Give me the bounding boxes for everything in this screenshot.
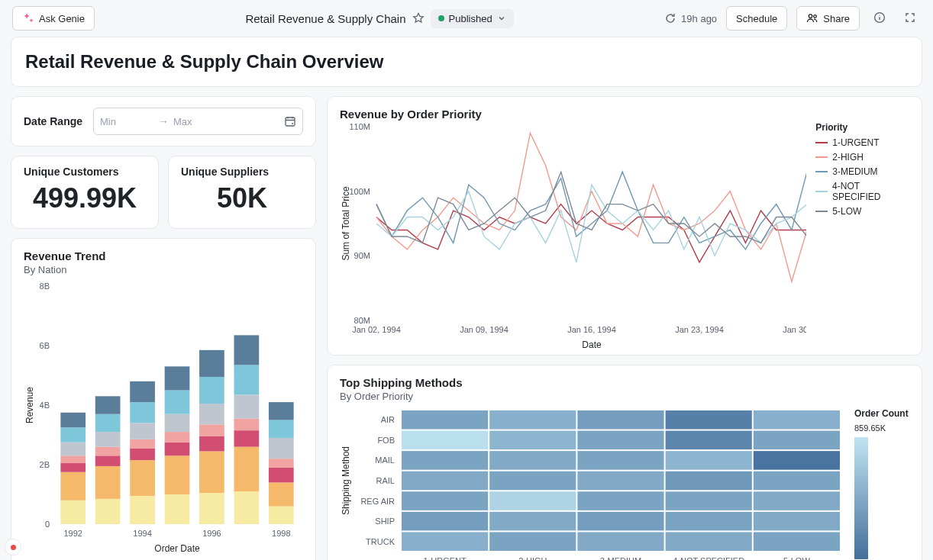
svg-rect-108 — [489, 512, 576, 531]
shipping-title: Top Shipping Methods — [340, 376, 909, 389]
svg-text:Jan 02, 1994: Jan 02, 1994 — [352, 325, 401, 334]
svg-point-1 — [814, 15, 817, 18]
svg-rect-36 — [165, 443, 190, 456]
shipping-heatmap-panel: Top Shipping Methods By Order Priority A… — [327, 365, 922, 560]
kpi-customers-value: 499.99K — [24, 182, 146, 214]
svg-rect-41 — [199, 493, 224, 524]
svg-text:TRUCK: TRUCK — [366, 537, 395, 546]
svg-rect-11 — [60, 500, 86, 524]
heatmap-legend: Order Count 859.65K 854.95K — [854, 408, 909, 560]
date-min-input[interactable] — [100, 116, 153, 127]
priority-line-chart[interactable]: 80M90M100M110MSum of Total PriceJan 02, … — [340, 122, 806, 351]
svg-rect-115 — [577, 532, 663, 551]
svg-rect-21 — [95, 455, 121, 466]
svg-text:Jan 16, 1994: Jan 16, 1994 — [567, 325, 616, 334]
svg-rect-57 — [269, 482, 294, 506]
svg-rect-107 — [402, 512, 488, 531]
svg-rect-51 — [234, 430, 260, 446]
svg-rect-85 — [577, 431, 663, 450]
share-button[interactable]: Share — [796, 6, 860, 31]
legend-item-urgent[interactable]: 1-URGENT — [815, 137, 909, 148]
svg-rect-86 — [666, 431, 752, 450]
status-dot-icon — [438, 15, 444, 21]
topbar: Ask Genie Retail Revenue & Supply Chain … — [0, 0, 933, 37]
last-refresh[interactable]: 19h ago — [664, 12, 717, 24]
revenue-trend-subtitle: By Nation — [24, 264, 303, 275]
date-range-panel: Date Range → — [11, 96, 316, 146]
svg-rect-53 — [234, 394, 260, 418]
legend-item-low[interactable]: 5-LOW — [815, 206, 909, 217]
doc-title-area: Retail Revenue & Supply Chain Published — [245, 9, 513, 28]
calendar-icon[interactable] — [284, 115, 296, 127]
date-range-input-group[interactable]: → — [93, 108, 303, 135]
revenue-trend-panel: Revenue Trend By Nation 02B4B6B8BRevenue… — [11, 238, 316, 560]
floating-notification-button[interactable] — [5, 539, 21, 555]
share-label: Share — [823, 13, 850, 24]
svg-rect-28 — [130, 449, 155, 461]
svg-rect-117 — [754, 532, 840, 551]
svg-rect-50 — [234, 447, 260, 492]
legend-item-high[interactable]: 2-HIGH — [815, 152, 909, 163]
svg-rect-84 — [489, 431, 576, 450]
schedule-button[interactable]: Schedule — [726, 6, 787, 31]
svg-rect-26 — [130, 496, 155, 524]
page-title: Retail Revenue & Supply Chain Overview — [25, 51, 908, 72]
svg-text:90M: 90M — [354, 251, 370, 260]
revenue-trend-chart[interactable]: 02B4B6B8BRevenue1992199419961998Order Da… — [24, 282, 305, 556]
svg-rect-14 — [60, 455, 86, 463]
info-button[interactable] — [869, 7, 890, 31]
svg-rect-31 — [130, 402, 155, 423]
svg-rect-38 — [165, 414, 190, 432]
doc-title: Retail Revenue & Supply Chain — [245, 12, 405, 25]
svg-rect-60 — [269, 438, 294, 459]
gradient-bar-icon — [854, 437, 868, 559]
people-icon — [806, 12, 818, 24]
svg-rect-114 — [489, 532, 576, 551]
svg-rect-42 — [199, 451, 224, 493]
svg-rect-27 — [130, 460, 155, 496]
star-icon[interactable] — [412, 12, 425, 24]
shipping-heatmap-chart[interactable]: AIRFOBMAILRAILREG AIRSHIPTRUCK1-URGENT2-… — [340, 408, 844, 560]
svg-text:1992: 1992 — [63, 529, 82, 538]
svg-rect-105 — [754, 491, 840, 510]
fullscreen-button[interactable] — [899, 7, 921, 31]
date-max-input[interactable] — [173, 116, 227, 127]
kpi-suppliers-value: 50K — [181, 182, 303, 214]
shipping-subtitle: By Order Priority — [340, 391, 909, 402]
svg-point-4 — [292, 123, 293, 124]
svg-rect-20 — [95, 466, 121, 499]
svg-rect-3 — [286, 117, 295, 126]
svg-text:Shipping Method: Shipping Method — [341, 446, 351, 515]
svg-rect-39 — [165, 391, 190, 414]
ask-genie-button[interactable]: Ask Genie — [12, 6, 95, 31]
chevron-down-icon — [497, 14, 506, 23]
svg-rect-99 — [754, 471, 840, 491]
svg-text:5-LOW: 5-LOW — [783, 556, 810, 560]
svg-text:1994: 1994 — [133, 529, 151, 538]
ask-genie-label: Ask Genie — [39, 13, 85, 24]
date-range-label: Date Range — [24, 115, 82, 127]
revenue-trend-title: Revenue Trend — [24, 249, 303, 262]
legend-item-medium[interactable]: 3-MEDIUM — [815, 166, 909, 177]
publish-status-pill[interactable]: Published — [431, 9, 514, 28]
svg-rect-83 — [402, 431, 488, 450]
publish-label: Published — [449, 13, 492, 24]
page-title-panel: Retail Revenue & Supply Chain Overview — [11, 37, 922, 87]
svg-rect-87 — [754, 431, 840, 450]
svg-rect-52 — [234, 419, 260, 431]
svg-rect-22 — [95, 447, 121, 456]
svg-rect-101 — [402, 491, 488, 510]
svg-text:1998: 1998 — [272, 529, 290, 538]
svg-rect-19 — [95, 499, 121, 524]
legend-item-notspec[interactable]: 4-NOT SPECIFIED — [815, 181, 909, 202]
svg-rect-49 — [234, 491, 260, 524]
svg-text:REG AIR: REG AIR — [360, 497, 395, 506]
svg-rect-61 — [269, 420, 294, 438]
svg-rect-56 — [269, 507, 294, 524]
svg-text:SHIP: SHIP — [375, 517, 395, 526]
svg-rect-46 — [199, 377, 224, 404]
svg-rect-97 — [577, 471, 663, 491]
svg-rect-25 — [95, 396, 121, 414]
svg-text:4-NOT SPECIFIED: 4-NOT SPECIFIED — [673, 556, 744, 560]
svg-rect-102 — [489, 491, 576, 510]
